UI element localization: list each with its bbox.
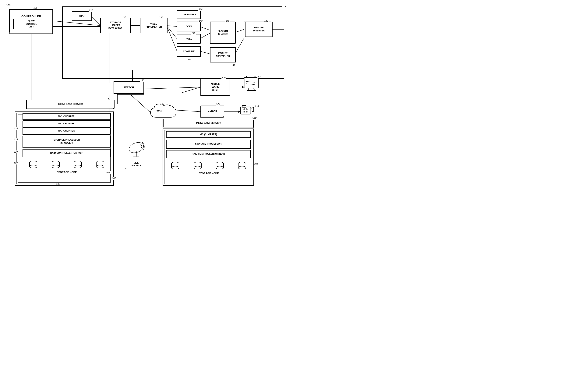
storage-node-left-label: STORAGE NODE [20,171,113,174]
storage-processor-left-box: STORAGE PROCESSOR(SPOOLER) [23,136,111,147]
ref-102-right: 102''' [254,162,260,165]
svg-line-66 [248,88,249,90]
disk-icon-3 [73,160,83,170]
ref-144: 144 [188,58,192,61]
svg-line-35 [166,26,177,26]
ref-102-prime: 102' [112,177,116,180]
disk-icon-1 [28,160,38,170]
nic-chopper-3-label: NIC (CHOPPER) [58,130,75,132]
camera-icon [240,103,256,117]
raid-controller-right-box: RAID CONTROLLER (OR NOT) [166,150,250,158]
ref-132: 132 [88,9,93,12]
svg-line-47 [144,87,201,89]
nic-chopper-2-label: NIC (CHOPPER) [58,122,75,125]
svg-line-38 [200,26,210,30]
disk-icon-r2 [192,161,203,171]
switch-label: SWITCH [124,86,134,89]
ref-104: 104 [106,98,110,101]
nic-chopper-1-box: NIC (CHOPPER) [23,113,111,120]
svg-line-41 [235,29,244,32]
nic-chopper-right-label: NIC (CHOPPER) [200,133,217,136]
playout-shaper-box: PLAYOUTSHAPER [210,22,236,44]
nic-chopper-3-box: NIC (CHOPPER) [23,128,111,134]
flow-control-unit-box: FLOWCONTROLUNIT [13,19,49,29]
ref-106: 106 [33,6,38,9]
svg-point-75 [244,109,247,112]
ref-116: 116 [222,76,226,79]
storage-node-right-label: STORAGE NODE [162,172,255,175]
storage-processor-right-box: STORAGE PROCESSOR [166,140,250,148]
raid-controller-right-label: RAID CONTROLLER (OR NOT) [192,152,225,156]
join-box: JOIN [177,22,201,31]
storage-header-extractor-label: STORAGEHEADEREXTRACTOR [108,21,122,30]
tv-icon [243,76,260,94]
svg-line-36 [166,26,177,39]
svg-marker-77 [251,107,254,112]
ref-126: 126 [14,138,18,141]
operators-label: OPERATORS [182,13,196,16]
svg-line-67 [254,88,254,90]
controller-box: CONTROLLER FLOWCONTROLUNIT [10,10,53,34]
ref-110: 110 [140,79,144,82]
meta-data-server-right-label: META DATA SERVER [196,122,221,125]
nic-chopper-right-box: NIC (CHOPPER) [166,131,250,138]
client-box: CLIENT [201,105,224,116]
svg-line-52 [182,87,201,93]
ref-148: 148 [198,20,203,22]
storage-node-right: STORAGE NODE [162,160,255,175]
header-inserter-label: HEADERINSERTER [253,26,264,32]
video-fragmenter-box: VIDEOFRAGMENTER [140,18,168,33]
storage-node-left: STORAGE NODE [20,159,113,174]
raid-controller-left-box: RAID CONTROLLER (OR NOT) [23,149,111,157]
disk-icon-2 [50,160,61,170]
ref-104-right: 104''' [252,117,258,120]
middleware-label: MIDDLEWARE(STB) [211,83,220,92]
video-fragmenter-label: VIDEOFRAGMENTER [146,22,162,28]
svg-line-37 [166,26,177,51]
cpu-label: CPU [79,14,84,18]
wan-cloud: WAN 112 [148,102,177,124]
switch-box: SWITCH [114,82,144,94]
join-label: JOIN [186,25,192,28]
svg-line-33 [91,16,100,26]
ref-142: 142 [231,64,236,67]
ref-124: 124 [14,150,18,153]
packet-assembler-box: PACKETASSEMBLER [210,47,236,62]
svg-point-107 [194,166,202,169]
combine-box: COMBINE [177,46,201,57]
meta-data-server-left-label: META DATA SERVER [58,102,83,106]
ref-136: 136 [159,16,164,18]
disk-icon-r4 [237,161,248,171]
ref-114: 114 [258,75,262,78]
storage-processor-left-label: STORAGE PROCESSOR(SPOOLER) [54,138,80,144]
svg-rect-65 [244,78,258,88]
live-source-area: LIVESOURCE 160 [123,138,150,167]
svg-point-97 [96,165,104,168]
cpu-box: CPU [72,11,92,21]
svg-line-48 [130,95,150,112]
meta-data-server-left-box: META DATA SERVER [26,100,114,108]
raid-controller-left-label: RAID CONTROLLER (OR NOT) [50,152,83,155]
ref-138: 138 [198,8,203,11]
null-label: NULL [186,37,192,40]
null-box: NULL [177,34,201,44]
ref-160: 160 [123,167,128,170]
storage-processor-right-label: STORAGE PROCESSOR [195,142,222,146]
nic-chopper-2-box: NIC (CHOPPER) [23,120,111,127]
disk-icon-r1 [170,161,180,171]
diagram: 100 108 CONTROLLER FLOWCONTROLUNIT 106 C… [0,0,293,196]
ref-120: 120 [216,103,220,106]
ref-100: 100 [6,4,11,7]
ref-108: 108 [282,5,286,8]
svg-line-42 [235,38,244,54]
client-label: CLIENT [208,109,217,112]
ref-140: 140 [225,20,230,22]
svg-line-32 [53,21,100,26]
flow-control-unit-label: FLOWCONTROLUNIT [26,20,37,28]
operators-box: OPERATORS [177,10,201,19]
combine-label: COMBINE [183,50,194,53]
svg-line-39 [200,33,210,39]
ref-112: 112 [160,102,164,105]
header-inserter-box: HEADERINSERTER [245,22,272,37]
middleware-box: MIDDLEWARE(STB) [201,78,230,96]
